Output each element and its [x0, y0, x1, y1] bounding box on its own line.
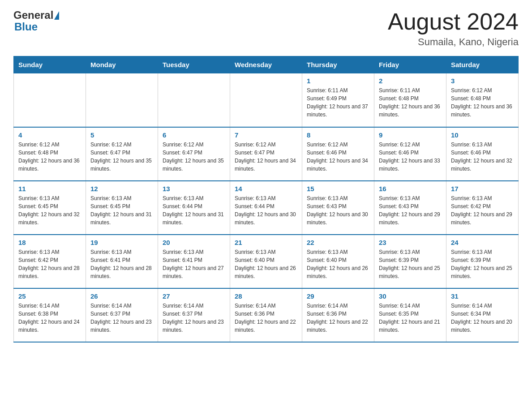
logo-blue-text: Blue [14, 21, 38, 33]
day-info: Sunrise: 6:13 AMSunset: 6:39 PMDaylight:… [451, 248, 514, 280]
col-header-monday: Monday [86, 56, 158, 73]
calendar-day-13: 13Sunrise: 6:13 AMSunset: 6:44 PMDayligh… [158, 181, 230, 235]
day-number: 8 [307, 131, 369, 139]
day-info: Sunrise: 6:12 AMSunset: 6:46 PMDaylight:… [307, 141, 369, 173]
calendar-day-1: 1Sunrise: 6:11 AMSunset: 6:49 PMDaylight… [302, 73, 374, 127]
calendar-day-28: 28Sunrise: 6:14 AMSunset: 6:36 PMDayligh… [230, 288, 302, 342]
day-info: Sunrise: 6:13 AMSunset: 6:40 PMDaylight:… [307, 248, 369, 280]
logo-general-text: General [13, 9, 53, 21]
day-number: 26 [90, 292, 153, 300]
calendar-week-row: 11Sunrise: 6:13 AMSunset: 6:45 PMDayligh… [14, 181, 519, 235]
calendar-table: SundayMondayTuesdayWednesdayThursdayFrid… [13, 56, 519, 342]
day-number: 15 [307, 185, 369, 193]
day-info: Sunrise: 6:13 AMSunset: 6:43 PMDaylight:… [379, 194, 442, 227]
day-number: 25 [18, 292, 81, 300]
day-number: 10 [451, 131, 514, 139]
calendar-week-row: 4Sunrise: 6:12 AMSunset: 6:48 PMDaylight… [14, 127, 519, 181]
logo-triangle-icon [54, 11, 59, 20]
day-info: Sunrise: 6:12 AMSunset: 6:48 PMDaylight:… [451, 86, 514, 119]
day-info: Sunrise: 6:12 AMSunset: 6:47 PMDaylight:… [163, 141, 225, 173]
page-header: General Blue August 2024 Sumaila, Kano, … [13, 9, 519, 48]
day-number: 6 [163, 131, 225, 139]
day-info: Sunrise: 6:13 AMSunset: 6:45 PMDaylight:… [90, 194, 153, 227]
day-info: Sunrise: 6:14 AMSunset: 6:38 PMDaylight:… [18, 302, 81, 334]
day-info: Sunrise: 6:12 AMSunset: 6:47 PMDaylight:… [235, 141, 297, 173]
day-number: 12 [90, 185, 153, 193]
day-number: 27 [163, 292, 225, 300]
calendar-day-10: 10Sunrise: 6:13 AMSunset: 6:46 PMDayligh… [446, 127, 519, 181]
calendar-week-row: 1Sunrise: 6:11 AMSunset: 6:49 PMDaylight… [14, 73, 519, 127]
calendar-empty-cell [230, 73, 302, 127]
day-number: 19 [90, 239, 153, 246]
day-info: Sunrise: 6:11 AMSunset: 6:49 PMDaylight:… [307, 86, 369, 119]
day-info: Sunrise: 6:13 AMSunset: 6:42 PMDaylight:… [18, 248, 81, 280]
day-number: 28 [235, 292, 297, 300]
day-number: 18 [18, 239, 81, 246]
day-number: 14 [235, 185, 297, 193]
day-info: Sunrise: 6:14 AMSunset: 6:36 PMDaylight:… [307, 302, 369, 334]
day-number: 30 [379, 292, 442, 300]
day-info: Sunrise: 6:13 AMSunset: 6:42 PMDaylight:… [451, 194, 514, 227]
calendar-day-22: 22Sunrise: 6:13 AMSunset: 6:40 PMDayligh… [302, 235, 374, 288]
calendar-day-31: 31Sunrise: 6:14 AMSunset: 6:34 PMDayligh… [446, 288, 519, 342]
day-number: 13 [163, 185, 225, 193]
calendar-day-21: 21Sunrise: 6:13 AMSunset: 6:40 PMDayligh… [230, 235, 302, 288]
day-info: Sunrise: 6:13 AMSunset: 6:45 PMDaylight:… [18, 194, 81, 227]
calendar-day-26: 26Sunrise: 6:14 AMSunset: 6:37 PMDayligh… [86, 288, 158, 342]
calendar-header-row: SundayMondayTuesdayWednesdayThursdayFrid… [14, 56, 519, 73]
calendar-day-3: 3Sunrise: 6:12 AMSunset: 6:48 PMDaylight… [446, 73, 519, 127]
day-info: Sunrise: 6:14 AMSunset: 6:37 PMDaylight:… [90, 302, 153, 334]
calendar-week-row: 25Sunrise: 6:14 AMSunset: 6:38 PMDayligh… [14, 288, 519, 342]
logo: General Blue [13, 9, 60, 33]
day-info: Sunrise: 6:12 AMSunset: 6:47 PMDaylight:… [90, 141, 153, 173]
calendar-day-24: 24Sunrise: 6:13 AMSunset: 6:39 PMDayligh… [446, 235, 519, 288]
col-header-sunday: Sunday [14, 56, 86, 73]
day-info: Sunrise: 6:14 AMSunset: 6:34 PMDaylight:… [451, 302, 514, 334]
col-header-tuesday: Tuesday [158, 56, 230, 73]
day-number: 21 [235, 239, 297, 246]
calendar-day-27: 27Sunrise: 6:14 AMSunset: 6:37 PMDayligh… [158, 288, 230, 342]
day-info: Sunrise: 6:13 AMSunset: 6:44 PMDaylight:… [235, 194, 297, 227]
day-number: 29 [307, 292, 369, 300]
day-number: 3 [451, 77, 514, 85]
calendar-empty-cell [86, 73, 158, 127]
day-number: 16 [379, 185, 442, 193]
calendar-day-25: 25Sunrise: 6:14 AMSunset: 6:38 PMDayligh… [14, 288, 86, 342]
calendar-day-30: 30Sunrise: 6:14 AMSunset: 6:35 PMDayligh… [374, 288, 446, 342]
col-header-wednesday: Wednesday [230, 56, 302, 73]
day-info: Sunrise: 6:12 AMSunset: 6:48 PMDaylight:… [18, 141, 81, 173]
calendar-day-15: 15Sunrise: 6:13 AMSunset: 6:43 PMDayligh… [302, 181, 374, 235]
day-info: Sunrise: 6:13 AMSunset: 6:41 PMDaylight:… [163, 248, 225, 280]
day-number: 31 [451, 292, 514, 300]
day-number: 4 [18, 131, 81, 139]
calendar-day-5: 5Sunrise: 6:12 AMSunset: 6:47 PMDaylight… [86, 127, 158, 181]
day-number: 1 [307, 77, 369, 85]
calendar-day-6: 6Sunrise: 6:12 AMSunset: 6:47 PMDaylight… [158, 127, 230, 181]
day-info: Sunrise: 6:14 AMSunset: 6:36 PMDaylight:… [235, 302, 297, 334]
col-header-thursday: Thursday [302, 56, 374, 73]
day-number: 9 [379, 131, 442, 139]
calendar-day-17: 17Sunrise: 6:13 AMSunset: 6:42 PMDayligh… [446, 181, 519, 235]
day-number: 7 [235, 131, 297, 139]
col-header-saturday: Saturday [446, 56, 519, 73]
calendar-day-29: 29Sunrise: 6:14 AMSunset: 6:36 PMDayligh… [302, 288, 374, 342]
day-info: Sunrise: 6:14 AMSunset: 6:35 PMDaylight:… [379, 302, 442, 334]
day-info: Sunrise: 6:13 AMSunset: 6:43 PMDaylight:… [307, 194, 369, 227]
calendar-day-8: 8Sunrise: 6:12 AMSunset: 6:46 PMDaylight… [302, 127, 374, 181]
day-number: 5 [90, 131, 153, 139]
day-number: 2 [379, 77, 442, 85]
day-number: 22 [307, 239, 369, 246]
calendar-day-12: 12Sunrise: 6:13 AMSunset: 6:45 PMDayligh… [86, 181, 158, 235]
day-number: 24 [451, 239, 514, 246]
calendar-day-9: 9Sunrise: 6:12 AMSunset: 6:46 PMDaylight… [374, 127, 446, 181]
day-number: 23 [379, 239, 442, 246]
calendar-day-18: 18Sunrise: 6:13 AMSunset: 6:42 PMDayligh… [14, 235, 86, 288]
day-number: 17 [451, 185, 514, 193]
calendar-day-23: 23Sunrise: 6:13 AMSunset: 6:39 PMDayligh… [374, 235, 446, 288]
day-info: Sunrise: 6:12 AMSunset: 6:46 PMDaylight:… [379, 141, 442, 173]
day-info: Sunrise: 6:13 AMSunset: 6:39 PMDaylight:… [379, 248, 442, 280]
day-info: Sunrise: 6:13 AMSunset: 6:44 PMDaylight:… [163, 194, 225, 227]
calendar-day-14: 14Sunrise: 6:13 AMSunset: 6:44 PMDayligh… [230, 181, 302, 235]
calendar-day-19: 19Sunrise: 6:13 AMSunset: 6:41 PMDayligh… [86, 235, 158, 288]
calendar-day-11: 11Sunrise: 6:13 AMSunset: 6:45 PMDayligh… [14, 181, 86, 235]
